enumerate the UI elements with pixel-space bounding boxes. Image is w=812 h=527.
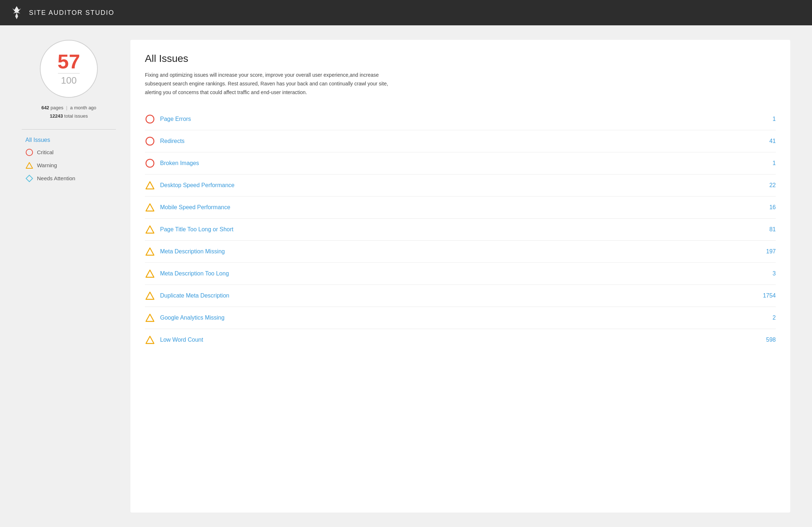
issue-count-meta-desc-missing: 197 — [758, 248, 776, 255]
svg-point-5 — [146, 115, 154, 123]
sidebar-divider — [22, 129, 116, 130]
issue-count-low-word-count: 598 — [758, 337, 776, 343]
svg-marker-3 — [26, 163, 33, 168]
svg-point-2 — [26, 149, 33, 156]
critical-label: Critical — [37, 149, 54, 155]
total-issues-count: 12243 — [50, 113, 63, 119]
issue-count-duplicate-meta: 1754 — [758, 292, 776, 299]
svg-marker-0 — [12, 6, 21, 13]
issue-label-meta-desc-long: Meta Description Too Long — [160, 270, 753, 277]
issue-label-desktop-speed: Desktop Speed Performance — [160, 182, 753, 189]
sidebar-item-all-issues[interactable]: All Issues — [25, 137, 116, 143]
time-ago: a month ago — [70, 105, 96, 110]
pages-label: pages — [50, 105, 63, 110]
needs-attention-label: Needs Attention — [37, 175, 75, 181]
separator: | — [66, 105, 67, 110]
total-issues-label: total issues — [64, 113, 88, 119]
app-title: SITE AUDITOR STUDIO — [29, 9, 114, 17]
issue-row-duplicate-meta[interactable]: Duplicate Meta Description 1754 — [145, 285, 776, 307]
page-title: All Issues — [145, 53, 776, 64]
issue-count-broken-images: 1 — [758, 160, 776, 166]
issue-label-meta-desc-missing: Meta Description Missing — [160, 248, 753, 255]
issue-label-mobile-speed: Mobile Speed Performance — [160, 204, 753, 211]
main-content: All Issues Fixing and optimizing issues … — [130, 40, 790, 513]
warning-icon-google-analytics — [145, 313, 155, 323]
svg-marker-10 — [146, 226, 154, 233]
issue-label-page-title: Page Title Too Long or Short — [160, 226, 753, 233]
logo-area: SITE AUDITOR STUDIO — [9, 5, 114, 21]
issue-row-meta-desc-missing[interactable]: Meta Description Missing 197 — [145, 241, 776, 263]
svg-marker-1 — [15, 13, 18, 19]
score-max: 100 — [61, 75, 76, 86]
warning-icon-desktop-speed — [145, 180, 155, 190]
score-circle: 57 100 — [40, 40, 98, 98]
issue-label-duplicate-meta: Duplicate Meta Description — [160, 292, 753, 299]
warning-icon-page-title — [145, 224, 155, 235]
svg-marker-15 — [146, 336, 154, 343]
sidebar-item-critical[interactable]: Critical — [25, 148, 116, 156]
critical-icon-broken-images — [145, 158, 155, 168]
critical-icon-redirects — [145, 136, 155, 146]
issue-row-google-analytics[interactable]: Google Analytics Missing 2 — [145, 307, 776, 329]
warning-triangle-icon — [25, 161, 33, 169]
all-issues-label: All Issues — [25, 137, 50, 143]
main-wrapper: 57 100 642 pages | a month ago 12243 tot… — [0, 25, 812, 527]
svg-point-6 — [146, 137, 154, 145]
content-description: Fixing and optimizing issues will increa… — [145, 71, 406, 97]
warning-label: Warning — [37, 162, 57, 168]
svg-marker-14 — [146, 314, 154, 321]
issue-row-page-errors[interactable]: Page Errors 1 — [145, 108, 776, 130]
issue-label-broken-images: Broken Images — [160, 160, 753, 166]
sidebar-nav: All Issues Critical Warning — [22, 137, 116, 182]
issue-count-meta-desc-long: 3 — [758, 270, 776, 277]
issue-count-redirects: 41 — [758, 138, 776, 144]
warning-icon-meta-desc-missing — [145, 246, 155, 257]
issue-count-desktop-speed: 22 — [758, 182, 776, 189]
svg-point-7 — [146, 159, 154, 167]
issue-row-meta-desc-long[interactable]: Meta Description Too Long 3 — [145, 263, 776, 285]
issue-label-low-word-count: Low Word Count — [160, 337, 753, 343]
warning-icon-duplicate-meta — [145, 291, 155, 301]
issue-row-page-title[interactable]: Page Title Too Long or Short 81 — [145, 219, 776, 241]
svg-marker-12 — [146, 270, 154, 277]
issue-row-broken-images[interactable]: Broken Images 1 — [145, 152, 776, 174]
issue-label-page-errors: Page Errors — [160, 116, 753, 122]
raven-logo-icon — [9, 5, 25, 21]
score-meta: 642 pages | a month ago 12243 total issu… — [41, 104, 96, 121]
score-divider — [58, 73, 80, 73]
issue-label-google-analytics: Google Analytics Missing — [160, 315, 753, 321]
issue-row-redirects[interactable]: Redirects 41 — [145, 130, 776, 152]
issue-list: Page Errors 1 Redirects 41 Broken Images… — [145, 108, 776, 351]
svg-marker-4 — [26, 175, 33, 182]
svg-marker-13 — [146, 292, 154, 299]
issue-label-redirects: Redirects — [160, 138, 753, 144]
warning-icon-low-word-count — [145, 335, 155, 345]
warning-icon-meta-desc-long — [145, 269, 155, 279]
issue-count-google-analytics: 2 — [758, 315, 776, 321]
svg-marker-11 — [146, 248, 154, 255]
app-header: SITE AUDITOR STUDIO — [0, 0, 812, 25]
sidebar-item-needs-attention[interactable]: Needs Attention — [25, 174, 116, 182]
needs-attention-diamond-icon — [25, 174, 33, 182]
sidebar-item-warning[interactable]: Warning — [25, 161, 116, 169]
warning-icon-mobile-speed — [145, 202, 155, 212]
sidebar: 57 100 642 pages | a month ago 12243 tot… — [22, 40, 116, 513]
svg-marker-9 — [146, 204, 154, 211]
svg-marker-8 — [146, 182, 154, 189]
score-value: 57 — [58, 51, 80, 72]
issue-count-page-errors: 1 — [758, 116, 776, 122]
issue-row-low-word-count[interactable]: Low Word Count 598 — [145, 329, 776, 351]
critical-circle-icon — [25, 148, 33, 156]
issue-count-page-title: 81 — [758, 226, 776, 233]
score-circle-container: 57 100 — [40, 40, 98, 98]
critical-icon-page-errors — [145, 114, 155, 124]
issue-row-desktop-speed[interactable]: Desktop Speed Performance 22 — [145, 174, 776, 197]
issue-count-mobile-speed: 16 — [758, 204, 776, 211]
pages-count: 642 — [41, 105, 49, 110]
issue-row-mobile-speed[interactable]: Mobile Speed Performance 16 — [145, 197, 776, 219]
